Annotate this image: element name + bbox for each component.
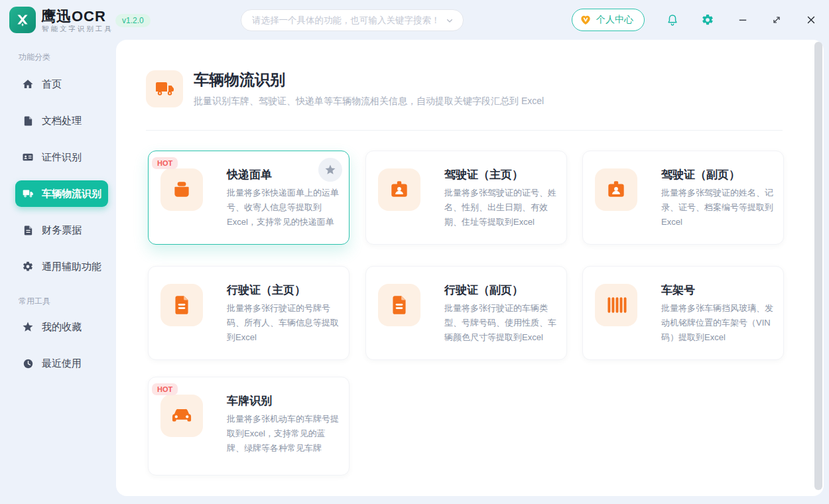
vertical-scrollbar[interactable] [814,42,822,490]
sidebar-item-documents[interactable]: 文档处理 [15,107,108,134]
truck-icon [22,188,34,200]
sidebar-item-label: 财务票据 [42,224,82,237]
resize-icon [771,15,782,25]
resize-button[interactable] [769,13,784,27]
package-icon [160,168,203,211]
minimize-icon [737,14,749,26]
page-subtitle: 批量识别车牌、驾驶证、快递单等车辆物流相关信息，自动提取关键字段汇总到 Exce… [194,95,544,107]
sidebar-item-home[interactable]: 首页 [15,71,108,97]
file-text-icon [160,284,203,326]
sidebar-item-label: 首页 [42,78,62,91]
truck-icon [146,70,183,107]
sidebar-item-vehicle-logistics[interactable]: 车辆物流识别 [15,180,108,207]
card-desc: 批量将多张行驶证的车辆类型、号牌号码、使用性质、车辆颜色尺寸等提取到Excel [444,301,560,345]
clock-icon [22,357,34,369]
sidebar: 功能分类 首页 文档处理 证件识别 车辆物流识别 [0,40,116,504]
logo-x-icon [14,11,31,29]
search-input[interactable] [252,15,444,25]
version-badge: v1.2.0 [115,14,151,27]
favorite-button[interactable] [318,158,342,182]
main-panel: 车辆物流识别 批量识别车牌、驾驶证、快递单等车辆物流相关信息，自动提取关键字段汇… [116,40,824,496]
app-logo [9,7,36,33]
minimize-button[interactable] [735,13,750,27]
bell-icon [666,13,679,27]
hot-badge: HOT [152,157,178,169]
sidebar-item-id-recognition[interactable]: 证件识别 [15,144,108,170]
sidebar-section-title: 常用工具 [19,296,50,307]
card-desc: 批量将多张驾驶证的证号、姓名、性别、出生日期、有效期、住址等提取到Excel [444,186,560,229]
gear-icon [701,13,714,27]
feature-card-drivers-license-secondary[interactable]: 驾驶证（副页） 批量将多张驾驶证的姓名、记录、证号、档案编号等提取到Excel [582,151,784,245]
card-title: 驾驶证（副页） [661,167,740,182]
vip-icon [579,13,592,27]
gear-icon [22,261,34,273]
sidebar-item-general-tools[interactable]: 通用辅助功能 [15,253,108,280]
feature-card-drivers-license-main[interactable]: 驾驶证（主页） 批量将多张驾驶证的证号、姓名、性别、出生日期、有效期、住址等提取… [365,151,567,245]
app-window: 鹰迅OCR 智能文字识别工具 v1.2.0 个人中心 [0,0,829,504]
chevron-down-icon[interactable] [444,15,455,26]
feature-card-license-plate[interactable]: HOT 车牌识别 批量将多张机动车的车牌号提取到Excel，支持常见的蓝牌、绿牌… [148,377,350,475]
function-search-select[interactable] [241,9,464,31]
car-icon [160,395,203,437]
card-title: 车架号 [661,283,695,298]
sidebar-item-label: 最近使用 [42,357,82,370]
invoice-icon [22,224,34,236]
sidebar-item-label: 证件识别 [42,151,82,164]
sidebar-item-financial-invoices[interactable]: 财务票据 [15,217,108,243]
close-button[interactable] [804,13,818,27]
feature-card-express-waybill[interactable]: HOT 快递面单 批量将多张快递面单上的运单号、收寄人信息等提取到Excel，支… [148,151,350,245]
star-icon [22,321,34,333]
document-icon [22,115,34,127]
id-card-icon [22,151,34,163]
card-title: 车牌识别 [227,393,272,409]
star-icon [324,164,336,176]
vin-bars-icon [595,284,637,326]
card-title: 驾驶证（主页） [444,167,523,182]
sidebar-item-favorites[interactable]: 我的收藏 [15,314,108,340]
hot-badge: HOT [152,383,178,395]
card-title: 快递面单 [227,167,272,182]
card-title: 行驶证（主页） [227,283,306,298]
feature-card-vin[interactable]: 车架号 批量将多张车辆挡风玻璃、发动机铭牌位置的车架号（VIN码）提取到Exce… [582,266,784,360]
card-title: 行驶证（副页） [444,283,523,298]
close-icon [805,14,817,26]
sidebar-section-title: 功能分类 [19,52,50,63]
card-desc: 批量将多张车辆挡风玻璃、发动机铭牌位置的车架号（VIN码）提取到Excel [661,301,777,345]
sidebar-item-label: 通用辅助功能 [42,261,101,273]
user-center-button[interactable]: 个人中心 [572,9,645,31]
app-subtitle: 智能文字识别工具 [42,25,113,34]
page-title: 车辆物流识别 [194,70,285,90]
id-badge-icon [378,168,420,211]
sidebar-item-label: 文档处理 [42,115,82,127]
feature-card-vehicle-license-secondary[interactable]: 行驶证（副页） 批量将多张行驶证的车辆类型、号牌号码、使用性质、车辆颜色尺寸等提… [365,266,567,360]
user-center-label: 个人中心 [596,14,633,26]
sidebar-item-recent[interactable]: 最近使用 [15,350,108,377]
card-desc: 批量将多张行驶证的号牌号码、所有人、车辆信息等提取到Excel [227,301,342,345]
id-badge-icon [595,168,637,211]
home-icon [22,78,34,90]
settings-button[interactable] [700,13,715,27]
sidebar-item-label: 车辆物流识别 [42,188,101,200]
notifications-button[interactable] [665,13,680,27]
title-bar: 鹰迅OCR 智能文字识别工具 v1.2.0 个人中心 [0,0,829,40]
feature-card-vehicle-license-main[interactable]: 行驶证（主页） 批量将多张行驶证的号牌号码、所有人、车辆信息等提取到Excel [148,266,350,360]
divider [146,130,783,131]
sidebar-item-label: 我的收藏 [42,321,82,334]
file-text-icon [378,284,420,326]
card-desc: 批量将多张驾驶证的姓名、记录、证号、档案编号等提取到Excel [661,186,777,229]
card-desc: 批量将多张机动车的车牌号提取到Excel，支持常见的蓝牌、绿牌等各种常见车牌 [227,412,342,456]
app-title: 鹰迅OCR [41,7,106,27]
card-desc: 批量将多张快递面单上的运单号、收寄人信息等提取到Excel，支持常见的快递面单 [227,186,342,229]
